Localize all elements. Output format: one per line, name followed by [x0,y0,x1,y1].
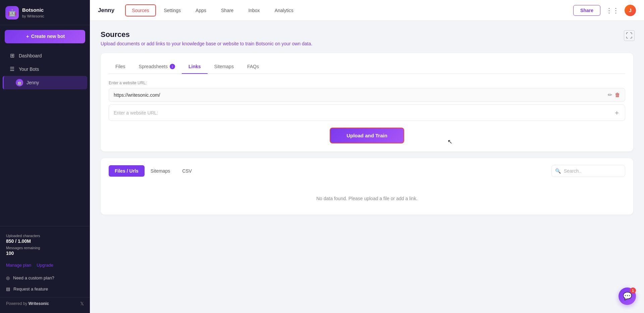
share-button-top[interactable]: Share [573,5,600,16]
url-actions: ✏ 🗑 [608,92,620,98]
dashboard-icon: ⊞ [9,52,15,59]
main-content: Jenny Sources Settings Apps Share Inbox … [90,0,644,313]
content-header: Sources Upload documents or add links to… [101,30,633,46]
sidebar-stats: Uploaded characters 850 / 1.00M Messages… [0,230,90,261]
source-tab-sitemaps[interactable]: Sitemaps [208,61,240,74]
messages-remaining-value: 100 [6,251,84,256]
page-content: ⛶ Sources Upload documents or add links … [90,21,644,313]
manage-plan-link[interactable]: Manage plan [6,263,31,268]
request-feature-label: Request a feature [13,286,48,292]
tab-settings[interactable]: Settings [157,4,188,16]
source-tab-links[interactable]: Links [182,61,208,74]
sources-card: Files Spreadsheets i Links Sitemaps FAQs… [101,53,633,151]
topnav-title: Jenny [98,7,114,14]
sidebar-bot-jenny-label: Jenny [26,80,39,85]
source-type-tabs: Files Spreadsheets i Links Sitemaps FAQs [109,61,625,74]
sidebar-item-jenny[interactable]: 🤖 Jenny [3,76,87,89]
sidebar: 🤖 Botsonic by Writesonic ＋ Create new bo… [0,0,90,313]
source-tab-faqs[interactable]: FAQs [240,61,266,74]
create-new-bot-button[interactable]: ＋ Create new bot [5,30,85,43]
url-input-new[interactable] [114,110,613,116]
bottom-tab-sitemaps[interactable]: Sitemaps [145,165,176,177]
brand-text: Botsonic by Writesonic [22,7,44,19]
brand-icon: 🤖 [5,6,19,19]
url-add-icon[interactable]: ＋ [613,108,620,117]
bottom-filter-tabs: Files / Urls Sitemaps CSV [109,165,198,177]
source-tab-files[interactable]: Files [109,61,132,74]
url-input-row-filled: ✏ 🗑 [109,88,625,102]
topnav-right: Share ⋮⋮ J [573,5,636,16]
sidebar-nav: ⊞ Dashboard ☰ Your Bots 🤖 Jenny [0,46,90,95]
chat-bubble-badge: 1 [630,287,636,294]
brand-subtitle: by Writesonic [22,14,44,18]
messages-remaining-label: Messages remaining [6,246,84,250]
bottom-tab-csv[interactable]: CSV [176,165,198,177]
no-data-message: No data found. Please upload a file or a… [109,182,625,208]
tab-apps[interactable]: Apps [189,4,213,16]
url-field-label: Enter a website URL: [109,81,625,85]
url-input-filled[interactable] [114,92,608,98]
sidebar-bots-list: 🤖 Jenny [0,76,90,92]
search-icon: 🔍 [555,168,561,174]
search-input[interactable] [551,165,625,177]
bot-avatar-jenny: 🤖 [16,79,23,86]
url-add-actions: ＋ [613,108,620,117]
sidebar-plan-links: Manage plan Upgrade [0,261,90,271]
tab-analytics[interactable]: Analytics [268,4,300,16]
uploaded-chars-label: Uploaded characters [6,234,84,238]
sidebar-item-your-bots-label: Your Bots [19,66,39,72]
bottom-tabs-row: Files / Urls Sitemaps CSV 🔍 [109,165,625,177]
search-input-wrapper: 🔍 [551,165,625,177]
twitter-icon[interactable]: 𝕏 [80,301,84,306]
sidebar-header: 🤖 Botsonic by Writesonic [0,0,90,25]
bottom-tab-files-urls[interactable]: Files / Urls [109,165,145,177]
tab-inbox[interactable]: Inbox [241,4,266,16]
user-avatar[interactable]: J [625,5,636,16]
sidebar-footer-actions: ◎ Need a custom plan? ▤ Request a featur… [0,271,90,296]
source-tab-spreadsheets[interactable]: Spreadsheets i [132,61,182,74]
chat-bubble[interactable]: 💬 1 [619,287,636,305]
sidebar-bottom: Powered by Writesonic 𝕏 [0,297,90,308]
url-delete-icon[interactable]: 🗑 [615,92,620,98]
custom-plan-label: Need a custom plan? [13,275,54,280]
chat-bubble-icon: 💬 [623,292,632,301]
page-subtitle: Upload documents or add links to your kn… [101,41,633,46]
page-title: Sources [101,30,633,39]
sidebar-footer: Uploaded characters 850 / 1.00M Messages… [0,226,90,308]
upload-and-train-button[interactable]: Upload and Train [330,128,404,143]
your-bots-icon: ☰ [9,66,15,72]
sidebar-item-your-bots[interactable]: ☰ Your Bots [3,62,87,76]
tab-share[interactable]: Share [214,4,240,16]
expand-icon[interactable]: ⛶ [624,30,635,41]
url-input-row-empty: ＋ [109,104,625,121]
grid-icon[interactable]: ⋮⋮ [606,6,619,14]
url-edit-icon[interactable]: ✏ [608,92,612,98]
sidebar-item-dashboard-label: Dashboard [19,53,42,58]
tab-sources[interactable]: Sources [125,4,156,16]
custom-plan-icon: ◎ [6,275,10,280]
spreadsheets-info-icon: i [170,64,175,69]
uploaded-files-section: Files / Urls Sitemaps CSV 🔍 No data foun… [101,158,633,215]
request-feature-icon: ▤ [6,286,10,292]
upgrade-link[interactable]: Upgrade [37,263,53,268]
sidebar-item-dashboard[interactable]: ⊞ Dashboard [3,49,87,62]
brand-name: Botsonic [22,7,44,13]
top-navigation: Jenny Sources Settings Apps Share Inbox … [90,0,644,21]
topnav-tabs: Sources Settings Apps Share Inbox Analyt… [125,4,573,16]
request-feature-link[interactable]: ▤ Request a feature [0,283,90,295]
powered-by-text: Powered by Writesonic [6,301,49,306]
custom-plan-link[interactable]: ◎ Need a custom plan? [0,272,90,283]
uploaded-chars-value: 850 / 1.00M [6,238,84,244]
